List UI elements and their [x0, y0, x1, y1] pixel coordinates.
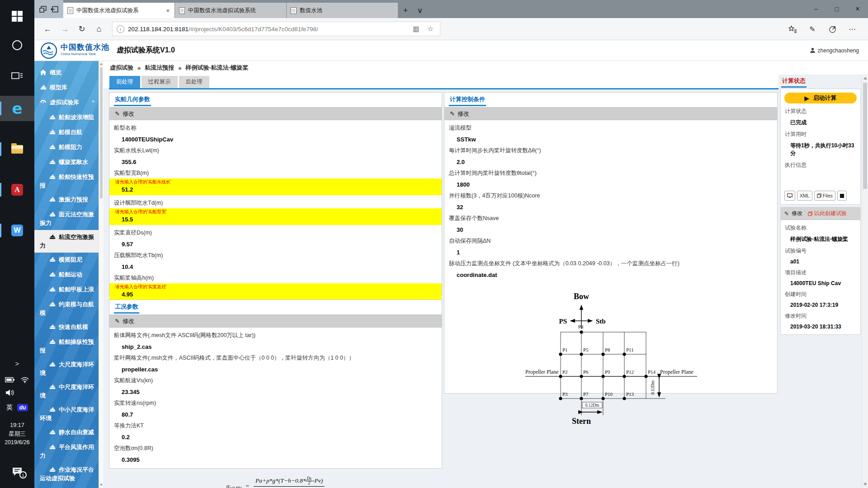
- breadcrumb-item[interactable]: »: [137, 65, 141, 71]
- sidebar-scrollbar[interactable]: [99, 61, 104, 488]
- breadcrumb-item[interactable]: »: [178, 65, 181, 71]
- sidebar-item[interactable]: 船舶快速性预报: [34, 170, 99, 192]
- maximize-button[interactable]: □: [826, 0, 847, 18]
- taskbar-acrobat-button[interactable]: A: [0, 177, 34, 202]
- sidebar-item[interactable]: 螺旋桨敞水: [34, 155, 99, 170]
- refresh-button[interactable]: ↻: [73, 20, 90, 38]
- share-icon[interactable]: [826, 21, 839, 37]
- sidebar-item[interactable]: 极限海况平台运动虚拟试验: [34, 485, 99, 488]
- cortana-button[interactable]: [0, 33, 34, 58]
- field-value[interactable]: ship_2.cas: [122, 343, 437, 350]
- start-button[interactable]: [0, 4, 34, 29]
- field-value[interactable]: 0.2: [122, 434, 437, 441]
- sidebar-item[interactable]: 船模自航: [34, 125, 99, 140]
- sidebar-item[interactable]: 船舶甲板上浪: [34, 282, 99, 297]
- scroll-up-icon[interactable]: [863, 77, 867, 80]
- task-view-button[interactable]: [0, 63, 34, 89]
- sidebar-item[interactable]: 作业海况平台运动虚拟试验: [34, 463, 99, 485]
- browser-tab[interactable]: 数值水池×: [287, 3, 398, 18]
- hub-favorites-icon[interactable]: [786, 21, 799, 37]
- field-value[interactable]: 0.3095: [122, 456, 437, 463]
- site-info-icon[interactable]: i: [117, 25, 124, 33]
- field-value[interactable]: 15.5: [122, 216, 437, 223]
- sidebar-item[interactable]: 平台风流作用力: [34, 440, 99, 463]
- taskbar-explorer-button[interactable]: [0, 136, 34, 162]
- field-value[interactable]: 1: [457, 249, 773, 256]
- set-tabs-aside-icon[interactable]: [39, 6, 47, 13]
- baidu-ime-icon[interactable]: du: [17, 404, 28, 411]
- sidebar-item[interactable]: 中尺度海洋环境: [34, 380, 99, 403]
- sidebar-item[interactable]: 静水自由衰减: [34, 425, 99, 440]
- field-value[interactable]: 51.2: [122, 186, 437, 193]
- sidebar-item[interactable]: 激振力预报: [34, 192, 99, 207]
- sidebar-item[interactable]: 粘流空泡激振力: [34, 230, 99, 253]
- field-value[interactable]: 2.0: [457, 159, 773, 165]
- scroll-thumb[interactable]: [100, 67, 103, 198]
- tab-close-icon[interactable]: ×: [165, 7, 170, 14]
- close-button[interactable]: ×: [847, 0, 868, 18]
- back-button[interactable]: ←: [39, 20, 56, 38]
- stop-button[interactable]: [837, 191, 847, 201]
- reading-view-icon[interactable]: ▥: [410, 25, 421, 33]
- sidebar-item[interactable]: 虚拟试验库^: [34, 95, 99, 110]
- scroll-up-icon[interactable]: [100, 63, 103, 65]
- field-value[interactable]: SSTkw: [457, 136, 773, 143]
- edit-button[interactable]: ✎修改: [784, 210, 802, 217]
- console-button[interactable]: [784, 191, 795, 201]
- sidebar-item[interactable]: 船舶运动: [34, 267, 99, 282]
- stage-tab[interactable]: 前处理: [109, 76, 140, 88]
- more-menu-icon[interactable]: ⋯: [845, 21, 859, 37]
- stage-tab[interactable]: 过程展示: [142, 76, 178, 88]
- favorite-star-icon[interactable]: ☆: [425, 25, 436, 33]
- field-value[interactable]: 10.4: [122, 263, 437, 270]
- scroll-down-icon[interactable]: [100, 484, 103, 486]
- create-from-this-button[interactable]: 以此创建试验: [808, 210, 847, 217]
- sidebar-item[interactable]: 船舶操纵性预报: [34, 335, 99, 357]
- scroll-down-icon[interactable]: [863, 483, 867, 486]
- field-value[interactable]: 14000TEUShipCav: [122, 136, 437, 143]
- field-value[interactable]: 23.345: [122, 389, 437, 395]
- tabs-preview-icon[interactable]: [51, 6, 58, 13]
- sidebar-item[interactable]: 约束模与自航模: [34, 297, 99, 320]
- tray-volume[interactable]: [0, 387, 34, 399]
- ime-lang-indicator[interactable]: 英: [6, 404, 13, 412]
- stage-tab[interactable]: 后处理: [179, 76, 210, 88]
- field-value[interactable]: 355.6: [122, 159, 437, 165]
- xml-button[interactable]: XML: [797, 191, 812, 201]
- field-value[interactable]: 4.95: [122, 291, 437, 298]
- taskbar-clock[interactable]: 19:17 星期三 2019/6/26: [0, 421, 34, 447]
- action-center-button[interactable]: 1: [0, 462, 34, 482]
- browser-tab[interactable]: 中国数值水池虚拟试验系×: [63, 3, 175, 18]
- taskbar-edge-button[interactable]: e: [0, 96, 34, 121]
- page-scrollbar[interactable]: [862, 75, 868, 488]
- tray-expand-button[interactable]: >: [0, 357, 34, 370]
- field-value[interactable]: 80.7: [122, 411, 437, 418]
- field-value[interactable]: 1800: [457, 181, 773, 188]
- edit-button[interactable]: ✎修改: [115, 110, 134, 118]
- wifi-icon[interactable]: [20, 376, 29, 383]
- field-value[interactable]: coordinate.dat: [457, 272, 773, 278]
- edit-button[interactable]: ✎修改: [450, 110, 469, 118]
- breadcrumb-item[interactable]: 粘流法预报: [145, 64, 174, 72]
- scroll-thumb[interactable]: [863, 83, 867, 189]
- field-value[interactable]: 30: [457, 226, 773, 233]
- user-menu[interactable]: zhengchaosheng: [810, 47, 859, 54]
- forward-button[interactable]: →: [56, 20, 73, 38]
- sidebar-item[interactable]: 大尺度海洋环境: [34, 357, 99, 380]
- breadcrumb-item[interactable]: 样例试验-粘流法-螺旋桨: [185, 64, 248, 72]
- taskbar-wps-button[interactable]: W: [0, 218, 34, 243]
- sidebar-item[interactable]: 面元法空泡激振力: [34, 207, 99, 230]
- battery-icon[interactable]: [5, 377, 15, 383]
- sidebar-item[interactable]: 快速自航模: [34, 320, 99, 335]
- new-tab-button[interactable]: +: [398, 3, 413, 18]
- sidebar-item[interactable]: 概览: [34, 66, 99, 80]
- home-button[interactable]: ⌂: [90, 20, 108, 38]
- files-button[interactable]: Files: [814, 191, 835, 201]
- sidebar-item[interactable]: 模型库: [34, 80, 99, 95]
- collapse-caret-icon[interactable]: ^: [92, 99, 94, 106]
- sidebar-item[interactable]: 船舶波浪增阻: [34, 110, 99, 125]
- breadcrumb-item[interactable]: 虚拟试验: [110, 64, 133, 72]
- url-input[interactable]: i 202.118.184.201:8181/#/projects/K0403/…: [112, 22, 440, 36]
- start-calculation-button[interactable]: ▶启动计算: [784, 93, 857, 103]
- sidebar-item[interactable]: 船模阻力: [34, 140, 99, 155]
